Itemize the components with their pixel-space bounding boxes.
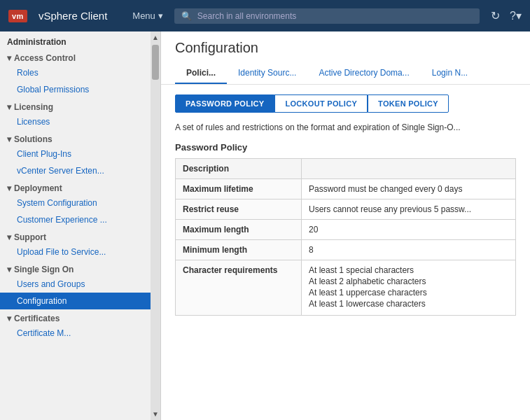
- table-header-description: Description: [176, 159, 302, 179]
- administration-header: Administration: [0, 31, 160, 49]
- page-title: Configuration: [175, 40, 516, 56]
- policy-table: Description Maximum lifetime Password mu…: [175, 158, 516, 316]
- menu-label: Menu: [132, 10, 155, 21]
- section-arrow-icon: ▾: [7, 232, 11, 242]
- section-label: Licensing: [14, 102, 53, 112]
- list-item: At least 1 special characters: [309, 265, 508, 275]
- sidebar-item-licenses[interactable]: Licenses: [0, 113, 160, 130]
- character-requirements-list: At least 1 special characters At least 2…: [309, 265, 508, 309]
- section-arrow-icon: ▾: [7, 314, 11, 323]
- sidebar-section-certificates[interactable]: ▾ Certificates: [0, 309, 160, 325]
- tab-bar: Polici... Identity Sourc... Active Direc…: [175, 63, 516, 84]
- row-label-restrict-reuse: Restrict reuse: [176, 200, 302, 220]
- section-label: Single Sign On: [14, 265, 74, 274]
- tab-policies[interactable]: Polici...: [175, 63, 227, 84]
- row-value-restrict-reuse: Users cannot reuse any previous 5 passw.…: [302, 200, 516, 220]
- table-row: Maximum lifetime Password must be change…: [176, 179, 516, 200]
- list-item: At least 1 lowercase characters: [309, 299, 508, 309]
- table-row: Maximum length 20: [176, 220, 516, 240]
- row-label-maximum-lifetime: Maximum lifetime: [176, 179, 302, 200]
- sidebar-item-users-and-groups[interactable]: Users and Groups: [0, 276, 160, 293]
- section-arrow-icon: ▾: [7, 265, 11, 274]
- vm-logo: vm: [8, 10, 27, 22]
- sidebar-item-global-permissions[interactable]: Global Permissions: [0, 81, 160, 98]
- section-label: Support: [14, 232, 46, 242]
- sidebar-item-client-plug-ins[interactable]: Client Plug-Ins: [0, 146, 160, 162]
- row-value-minimum-length: 8: [302, 240, 516, 260]
- sidebar-scrollbar[interactable]: ▲ ▼: [151, 31, 160, 420]
- sidebar-item-upload-file[interactable]: Upload File to Service...: [0, 244, 160, 260]
- main-content: Configuration Polici... Identity Sourc..…: [161, 31, 530, 420]
- search-bar[interactable]: 🔍 Search in all environments: [174, 8, 480, 24]
- table-row: Restrict reuse Users cannot reuse any pr…: [176, 200, 516, 220]
- lockout-policy-button[interactable]: LOCKOUT POLICY: [274, 94, 368, 113]
- section-label: Solutions: [14, 134, 53, 144]
- policy-description: A set of rules and restrictions on the f…: [175, 121, 516, 134]
- list-item: At least 2 alphabetic characters: [309, 276, 508, 286]
- sidebar-item-certificate-m[interactable]: Certificate M...: [0, 325, 160, 342]
- section-arrow-icon: ▾: [7, 183, 11, 193]
- scrollbar-thumb: [152, 45, 159, 80]
- tab-login[interactable]: Login N...: [421, 63, 479, 84]
- row-value-maximum-length: 20: [302, 220, 516, 240]
- row-label-character-requirements: Character requirements: [176, 260, 302, 316]
- sidebar-item-roles[interactable]: Roles: [0, 64, 160, 81]
- help-icon[interactable]: ?▾: [510, 9, 522, 22]
- tab-active-directory[interactable]: Active Directory Doma...: [307, 63, 420, 84]
- nav-right: ↻ ?▾: [491, 9, 522, 22]
- sidebar-section-deployment[interactable]: ▾ Deployment: [0, 179, 160, 195]
- section-arrow-icon: ▾: [7, 53, 11, 63]
- sidebar-item-configuration[interactable]: Configuration: [0, 293, 160, 309]
- search-placeholder: Search in all environments: [197, 11, 296, 21]
- sidebar: Administration ▾ Access Control Roles Gl…: [0, 31, 161, 420]
- token-policy-button[interactable]: TOKEN POLICY: [368, 94, 449, 113]
- main-header: Configuration Polici... Identity Sourc..…: [161, 31, 530, 85]
- scroll-up-icon[interactable]: ▲: [150, 31, 161, 43]
- row-label-maximum-length: Maximum length: [176, 220, 302, 240]
- section-label: Deployment: [14, 183, 62, 193]
- row-value-character-requirements: At least 1 special characters At least 2…: [302, 260, 516, 316]
- refresh-icon[interactable]: ↻: [491, 9, 500, 22]
- sidebar-section-solutions[interactable]: ▾ Solutions: [0, 130, 160, 146]
- section-title: Password Policy: [175, 142, 516, 153]
- scroll-down-icon[interactable]: ▼: [150, 408, 161, 420]
- sidebar-item-vcenter-exten[interactable]: vCenter Server Exten...: [0, 162, 160, 179]
- sidebar-section-access-control[interactable]: ▾ Access Control: [0, 49, 160, 64]
- content-area: PASSWORD POLICY LOCKOUT POLICY TOKEN POL…: [161, 85, 530, 420]
- section-label: Certificates: [14, 314, 60, 323]
- sidebar-item-customer-experience[interactable]: Customer Experience ...: [0, 211, 160, 228]
- main-layout: Administration ▾ Access Control Roles Gl…: [0, 31, 530, 420]
- row-label-minimum-length: Minimum length: [176, 240, 302, 260]
- sidebar-item-system-configuration[interactable]: System Configuration: [0, 195, 160, 211]
- table-header-value: [302, 159, 516, 179]
- policy-button-group: PASSWORD POLICY LOCKOUT POLICY TOKEN POL…: [175, 94, 516, 113]
- sidebar-section-licensing[interactable]: ▾ Licensing: [0, 98, 160, 113]
- password-policy-button[interactable]: PASSWORD POLICY: [175, 94, 274, 113]
- row-value-maximum-lifetime: Password must be changed every 0 days: [302, 179, 516, 200]
- top-navigation: vm vSphere Client Menu ▾ 🔍 Search in all…: [0, 0, 530, 31]
- tab-identity-sources[interactable]: Identity Sourc...: [227, 63, 307, 84]
- search-icon: 🔍: [181, 11, 192, 21]
- section-arrow-icon: ▾: [7, 102, 11, 112]
- sidebar-section-support[interactable]: ▾ Support: [0, 228, 160, 244]
- menu-chevron-icon: ▾: [158, 10, 163, 21]
- table-row: Character requirements At least 1 specia…: [176, 260, 516, 316]
- sidebar-section-sso[interactable]: ▾ Single Sign On: [0, 260, 160, 276]
- menu-dropdown[interactable]: Menu ▾: [132, 10, 163, 21]
- list-item: At least 1 uppercase characters: [309, 288, 508, 298]
- app-title: vSphere Client: [39, 10, 107, 22]
- section-arrow-icon: ▾: [7, 134, 11, 144]
- section-label: Access Control: [14, 53, 76, 63]
- table-row: Minimum length 8: [176, 240, 516, 260]
